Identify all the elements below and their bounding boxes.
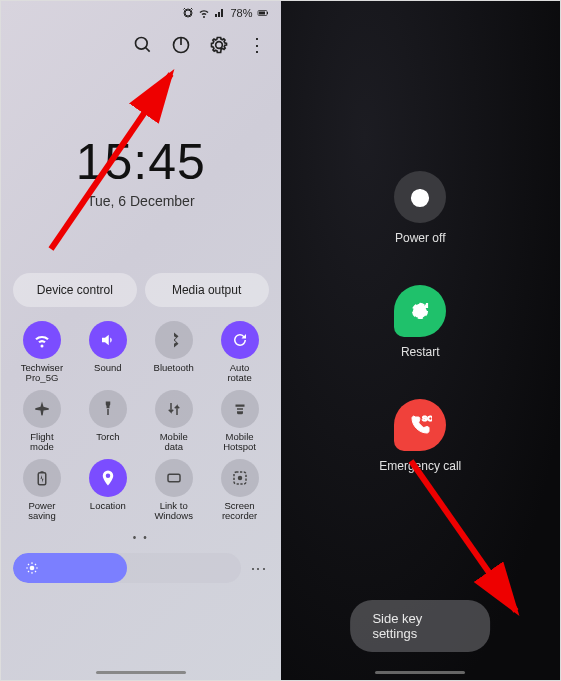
- status-bar: 78%: [1, 1, 281, 25]
- media-output-button[interactable]: Media output: [145, 273, 269, 307]
- quick-tile[interactable]: Auto rotate: [209, 321, 271, 384]
- quick-tile[interactable]: Screen recorder: [209, 459, 271, 522]
- quick-tile[interactable]: Bluetooth: [143, 321, 205, 384]
- signal-status-icon: [214, 7, 226, 19]
- quick-tile[interactable]: Sound: [77, 321, 139, 384]
- nav-handle[interactable]: [96, 671, 186, 674]
- location-icon: [89, 459, 127, 497]
- sun-icon: [25, 561, 39, 575]
- nav-handle[interactable]: [375, 671, 465, 674]
- restart-option[interactable]: Restart: [394, 285, 446, 359]
- airplane-icon: [23, 390, 61, 428]
- page-indicator: • •: [1, 532, 281, 543]
- search-icon: [133, 35, 153, 55]
- clock: 15:45 Tue, 6 December: [1, 133, 281, 209]
- data-icon: [155, 390, 193, 428]
- emergency-label: Emergency call: [379, 459, 461, 473]
- quick-tile[interactable]: Power saving: [11, 459, 73, 522]
- svg-text:SOS: SOS: [422, 414, 432, 423]
- svg-point-9: [237, 476, 242, 481]
- search-button[interactable]: [133, 35, 153, 55]
- svg-rect-2: [259, 12, 265, 15]
- restart-label: Restart: [401, 345, 440, 359]
- quick-tiles-grid: Techwiser Pro_5G Sound Bluetooth Auto ro…: [1, 307, 281, 530]
- tile-label: Mobile Hotspot: [223, 432, 256, 453]
- tile-label: Mobile data: [160, 432, 188, 453]
- tile-label: Auto rotate: [227, 363, 251, 384]
- svg-rect-6: [40, 471, 43, 473]
- tile-label: Link to Windows: [154, 501, 193, 522]
- battery-icon: [257, 7, 269, 19]
- tile-label: Torch: [96, 432, 119, 442]
- svg-rect-1: [267, 12, 268, 14]
- side-key-settings-button[interactable]: Side key settings: [350, 600, 490, 652]
- tile-label: Flight mode: [30, 432, 54, 453]
- power-off-option[interactable]: Power off: [394, 171, 446, 245]
- battery-icon: [23, 459, 61, 497]
- battery-text: 78%: [230, 7, 252, 19]
- brightness-more-button[interactable]: ⋮: [249, 561, 269, 574]
- svg-line-14: [411, 461, 516, 611]
- clock-time: 15:45: [1, 133, 281, 191]
- restart-icon: [408, 299, 432, 323]
- emergency-call-option[interactable]: SOS Emergency call: [379, 399, 461, 473]
- power-off-label: Power off: [395, 231, 445, 245]
- quick-tile[interactable]: Mobile Hotspot: [209, 390, 271, 453]
- tile-label: Power saving: [28, 501, 55, 522]
- brightness-slider[interactable]: [13, 553, 241, 583]
- tile-label: Techwiser Pro_5G: [12, 363, 72, 384]
- tile-label: Location: [90, 501, 126, 511]
- svg-point-3: [135, 38, 147, 50]
- gear-icon: [209, 35, 229, 55]
- power-menu: Power off Restart SOS Emergency call Sid…: [281, 1, 561, 680]
- torch-icon: [89, 390, 127, 428]
- rotate-icon: [221, 321, 259, 359]
- sound-icon: [89, 321, 127, 359]
- quick-tile[interactable]: Techwiser Pro_5G: [11, 321, 73, 384]
- power-icon: [408, 185, 432, 209]
- link-icon: [155, 459, 193, 497]
- quick-tile[interactable]: Mobile data: [143, 390, 205, 453]
- svg-rect-7: [168, 474, 180, 482]
- power-icon: [171, 35, 191, 55]
- quick-panel-toolbar: ⋮: [1, 25, 281, 65]
- quick-tile[interactable]: Flight mode: [11, 390, 73, 453]
- alarm-icon: [182, 7, 194, 19]
- quick-tile[interactable]: Torch: [77, 390, 139, 453]
- bluetooth-icon: [155, 321, 193, 359]
- hotspot-icon: [221, 390, 259, 428]
- wifi-status-icon: [198, 7, 210, 19]
- quick-tile[interactable]: Location: [77, 459, 139, 522]
- record-icon: [221, 459, 259, 497]
- clock-date: Tue, 6 December: [1, 193, 281, 209]
- settings-button[interactable]: [209, 35, 229, 55]
- more-button[interactable]: ⋮: [247, 35, 267, 55]
- wifi-icon: [23, 321, 61, 359]
- power-button[interactable]: [171, 35, 191, 55]
- notification-panel: 78% ⋮ 15:45 Tue, 6 December Device contr…: [1, 1, 281, 680]
- svg-point-10: [30, 565, 35, 570]
- tile-label: Screen recorder: [222, 501, 257, 522]
- device-control-button[interactable]: Device control: [13, 273, 137, 307]
- quick-tile[interactable]: Link to Windows: [143, 459, 205, 522]
- phone-sos-icon: SOS: [408, 413, 432, 437]
- brightness-row: ⋮: [1, 553, 281, 583]
- tile-label: Bluetooth: [154, 363, 194, 373]
- tile-label: Sound: [94, 363, 121, 373]
